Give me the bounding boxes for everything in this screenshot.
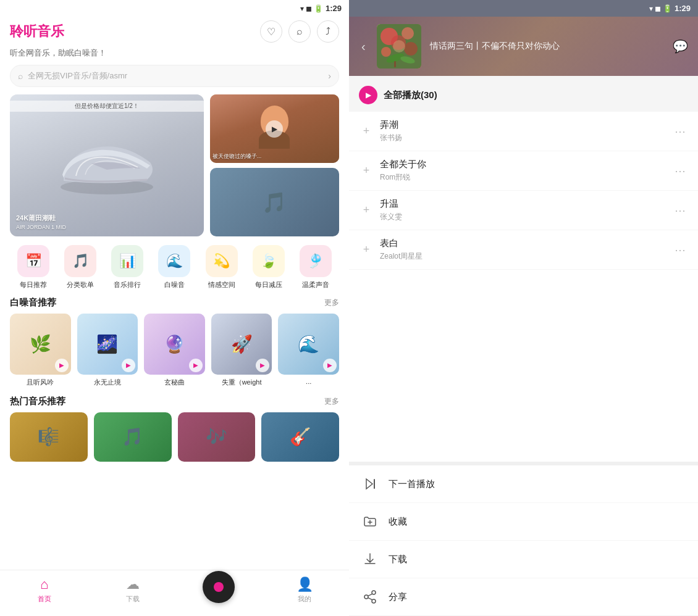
banner-main[interactable]: 但是价格却便宜近1/2！ 24K莆田潮鞋 AIR JORDAN: [10, 94, 204, 236]
back-button[interactable]: ‹: [359, 37, 368, 56]
card-weightless[interactable]: 🚀 ▶ 失重（weight: [211, 314, 272, 387]
white-noise-header: 白噪音推荐 更多: [0, 297, 349, 314]
card-extra[interactable]: 🌊 ▶ ...: [278, 314, 339, 387]
banner-secondary: ▶ 被天使吻过的嗓子... 🎵: [210, 94, 339, 236]
my-icon: 👤: [296, 576, 313, 593]
card-wind[interactable]: 🌿 ▶ 且听风吟: [10, 314, 71, 387]
cat-emotional[interactable]: 💫 情感空间: [206, 245, 238, 289]
now-playing-title: 情话两三句丨不偏不倚只对你动心: [430, 40, 664, 52]
right-battery-icon: 🔋: [663, 4, 672, 13]
track-more-2[interactable]: ⋯: [672, 164, 688, 178]
right-header: ‹ 情话两三句丨不偏不倚只: [349, 17, 698, 76]
cat-daily-recommend[interactable]: 📅 每日推荐: [17, 245, 49, 289]
hot-emoji-2: 🎵: [122, 427, 143, 447]
track-item-2[interactable]: + 全都关于你 Rom邢锐 ⋯: [349, 151, 698, 191]
left-panel: ▾ ◼ 🔋 1:29 聆听音乐 ♡ ⌕ ⤴ 听全网音乐，助眠白噪音！ ⌕ 全网无…: [0, 0, 349, 616]
track-artist-1: 张书扬: [380, 133, 666, 143]
cat-label-daily: 每日推荐: [20, 280, 47, 289]
play-all-button[interactable]: ▶: [359, 86, 377, 104]
next-svg: [363, 477, 377, 491]
track-add-1[interactable]: +: [359, 125, 374, 138]
share-button[interactable]: ⤴: [317, 20, 339, 43]
category-icons: 📅 每日推荐 🎵 分类歌单 📊 音乐排行 🌊 白噪音 💫 情感空间 🍃 每日减压…: [0, 245, 349, 297]
track-more-1[interactable]: ⋯: [672, 125, 688, 138]
card-label-weightless: 失重（weight: [211, 378, 272, 387]
wifi-icon: ▾: [300, 4, 304, 13]
card-infinite[interactable]: 🌌 ▶ 永无止境: [77, 314, 138, 387]
card-thumb-wind: 🌿 ▶: [10, 314, 71, 375]
track-more-4[interactable]: ⋯: [672, 243, 688, 257]
hot-thumb-1: 🎼: [10, 412, 88, 462]
white-noise-more[interactable]: 更多: [324, 298, 339, 308]
track-add-4[interactable]: +: [359, 243, 374, 256]
hot-emoji-1: 🎼: [38, 427, 59, 447]
cat-music-chart[interactable]: 📊 音乐排行: [111, 245, 143, 289]
card-play-mystery[interactable]: ▶: [189, 359, 203, 372]
nav-my[interactable]: 👤 我的: [286, 576, 323, 604]
playlist-section: ▶ 全部播放(30) + 弄潮 张书扬 ⋯ + 全都关于你 Rom邢锐 ⋯: [349, 76, 698, 616]
track-info-2: 全都关于你 Rom邢锐: [380, 159, 666, 183]
track-item-1[interactable]: + 弄潮 张书扬 ⋯: [349, 112, 698, 151]
shoe-image: [51, 125, 162, 199]
cat-label-classified: 分类歌单: [67, 280, 94, 289]
action-share-icon: [361, 588, 379, 606]
card-play-wind[interactable]: ▶: [55, 359, 69, 372]
play-all-header: ▶ 全部播放(30): [349, 76, 698, 112]
banner-sec2-bg: 🎵: [210, 168, 339, 236]
action-download[interactable]: 下载: [349, 541, 698, 578]
play-overlay-sec1[interactable]: ▶: [266, 120, 283, 138]
hot-card-3[interactable]: 🎶: [178, 412, 256, 462]
banner-sub-text: AIR JORDAN 1 MID: [16, 224, 198, 230]
search-arrow-icon: ›: [328, 71, 331, 81]
heart-button[interactable]: ♡: [260, 20, 282, 43]
track-item-4[interactable]: + 表白 Zealot周星星 ⋯: [349, 230, 698, 270]
track-add-3[interactable]: +: [359, 204, 374, 217]
cat-label-gentle: 温柔声音: [302, 280, 329, 289]
hot-music-more[interactable]: 更多: [324, 396, 339, 407]
track-more-3[interactable]: ⋯: [672, 204, 688, 217]
svg-point-5: [381, 47, 391, 57]
track-add-2[interactable]: +: [359, 164, 374, 177]
heart-icon: ♡: [267, 26, 275, 38]
shoe-svg: [51, 125, 162, 199]
search-bar[interactable]: ⌕ 全网无损VIP音乐/音频/asmr ›: [10, 65, 339, 87]
card-play-weightless[interactable]: ▶: [256, 359, 269, 372]
card-play-extra[interactable]: ▶: [323, 359, 337, 372]
card-label-extra: ...: [278, 378, 339, 385]
hot-card-1[interactable]: 🎼: [10, 412, 88, 462]
track-artist-2: Rom邢锐: [380, 172, 666, 183]
card-thumb-infinite: 🌌 ▶: [77, 314, 138, 375]
svg-point-12: [372, 591, 376, 594]
cat-icon-daily: 📅: [17, 245, 49, 277]
card-mystery[interactable]: 🔮 ▶ 玄秘曲: [144, 314, 205, 387]
action-share[interactable]: 分享: [349, 578, 698, 616]
cat-gentle-sound[interactable]: 🎐 温柔声音: [300, 245, 332, 289]
home-icon: ⌂: [40, 576, 48, 593]
svg-point-10: [393, 40, 405, 52]
download-icon: [361, 551, 379, 568]
banner-sec-2[interactable]: 🎵: [210, 168, 339, 236]
banner-sec-1[interactable]: ▶ 被天使吻过的嗓子...: [210, 94, 339, 163]
nav-home[interactable]: ⌂ 首页: [26, 576, 63, 604]
search-button[interactable]: ⌕: [288, 20, 311, 43]
nav-play-center[interactable]: [203, 571, 235, 603]
track-item-3[interactable]: + 升温 张义雯 ⋯: [349, 191, 698, 230]
cat-classified-list[interactable]: 🎵 分类歌单: [64, 245, 96, 289]
comment-button[interactable]: 💬: [673, 39, 688, 54]
hot-card-4[interactable]: 🎸: [261, 412, 339, 462]
cat-daily-relax[interactable]: 🍃 每日减压: [253, 245, 285, 289]
track-name-3: 升温: [380, 198, 666, 210]
left-status-icons: ▾ ◼ 🔋: [300, 4, 323, 13]
svg-point-13: [364, 595, 368, 599]
nav-download[interactable]: ☁ 下载: [114, 576, 151, 604]
cat-white-noise[interactable]: 🌊 白噪音: [158, 245, 190, 289]
action-collect[interactable]: 收藏: [349, 503, 698, 541]
collect-icon: [361, 513, 379, 530]
white-noise-title: 白噪音推荐: [10, 297, 56, 309]
home-label: 首页: [38, 594, 51, 604]
action-next[interactable]: 下一首播放: [349, 465, 698, 503]
svg-rect-11: [374, 479, 375, 489]
card-play-infinite[interactable]: ▶: [122, 359, 135, 372]
hot-card-2[interactable]: 🎵: [94, 412, 172, 462]
share-svg: [363, 589, 377, 604]
